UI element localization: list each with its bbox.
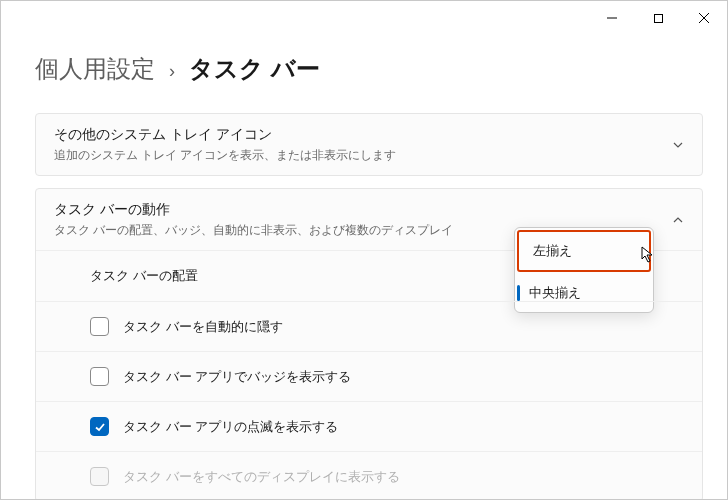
chevron-right-icon: › <box>169 61 175 82</box>
row-flashing[interactable]: タスク バー アプリの点滅を表示する <box>36 401 702 451</box>
panel-subtitle: 追加のシステム トレイ アイコンを表示、または非表示にします <box>54 148 396 163</box>
row-label: タスク バー アプリでバッジを表示する <box>123 368 351 386</box>
window-titlebar <box>1 1 727 33</box>
panel-taskbar-behavior: タスク バーの動作 タスク バーの配置、バッジ、自動的に非表示、および複数のディ… <box>35 188 703 500</box>
check-icon <box>94 421 106 433</box>
maximize-icon <box>653 13 664 24</box>
minimize-icon <box>606 12 618 24</box>
row-badges[interactable]: タスク バー アプリでバッジを表示する <box>36 351 702 401</box>
panel-header-tray[interactable]: その他のシステム トレイ アイコン 追加のシステム トレイ アイコンを表示、また… <box>36 114 702 175</box>
close-icon <box>698 12 710 24</box>
close-button[interactable] <box>681 7 727 29</box>
panel-text: その他のシステム トレイ アイコン 追加のシステム トレイ アイコンを表示、また… <box>54 126 396 163</box>
checkbox-all-displays <box>90 467 109 486</box>
row-all-displays: タスク バーをすべてのディスプレイに表示する <box>36 451 702 500</box>
minimize-button[interactable] <box>589 7 635 29</box>
panel-system-tray: その他のシステム トレイ アイコン 追加のシステム トレイ アイコンを表示、また… <box>35 113 703 176</box>
row-autohide[interactable]: タスク バーを自動的に隠す <box>36 301 702 351</box>
behavior-rows: タスク バーの配置 左揃え 中央揃え タスク バーを自動的に隠す <box>36 250 702 500</box>
row-label: タスク バーをすべてのディスプレイに表示する <box>123 468 400 486</box>
maximize-button[interactable] <box>635 7 681 29</box>
row-label: タスク バーを自動的に隠す <box>123 318 283 336</box>
chevron-up-icon <box>672 214 684 226</box>
checkbox-flashing[interactable] <box>90 417 109 436</box>
svg-rect-1 <box>654 14 662 22</box>
panel-text: タスク バーの動作 タスク バーの配置、バッジ、自動的に非表示、および複数のディ… <box>54 201 453 238</box>
panel-title: その他のシステム トレイ アイコン <box>54 126 396 144</box>
breadcrumb-previous[interactable]: 個人用設定 <box>35 53 155 85</box>
alignment-label: タスク バーの配置 <box>90 267 198 285</box>
dropdown-option-label: 中央揃え <box>529 284 581 302</box>
panel-title: タスク バーの動作 <box>54 201 453 219</box>
window-controls <box>589 7 727 29</box>
chevron-down-icon <box>672 139 684 151</box>
row-label: タスク バー アプリの点滅を表示する <box>123 418 338 436</box>
page-title: タスク バー <box>189 53 320 85</box>
breadcrumb: 個人用設定 › タスク バー <box>1 33 727 113</box>
checkbox-autohide[interactable] <box>90 317 109 336</box>
panel-subtitle: タスク バーの配置、バッジ、自動的に非表示、および複数のディスプレイ <box>54 223 453 238</box>
row-alignment: タスク バーの配置 左揃え 中央揃え <box>36 251 702 301</box>
cursor-icon <box>641 246 655 264</box>
checkbox-badges[interactable] <box>90 367 109 386</box>
dropdown-option-left[interactable]: 左揃え <box>517 230 651 272</box>
settings-panels: その他のシステム トレイ アイコン 追加のシステム トレイ アイコンを表示、また… <box>1 113 727 500</box>
dropdown-option-label: 左揃え <box>533 242 572 260</box>
